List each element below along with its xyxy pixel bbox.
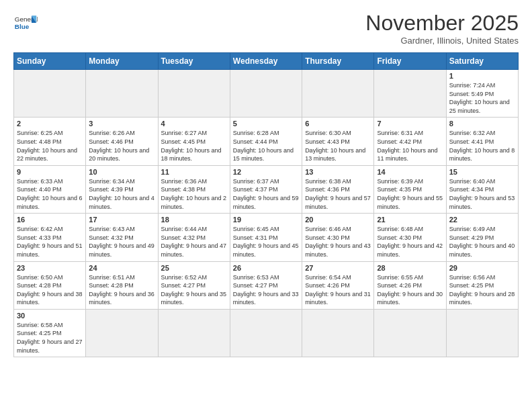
day-info: Sunrise: 6:54 AM Sunset: 4:26 PM Dayligh…	[305, 273, 371, 307]
day-cell	[14, 70, 86, 118]
day-number: 25	[161, 264, 227, 272]
day-number: 9	[17, 168, 83, 176]
day-info: Sunrise: 6:37 AM Sunset: 4:37 PM Dayligh…	[233, 177, 299, 211]
day-cell	[302, 309, 374, 357]
day-number: 28	[377, 264, 443, 272]
week-row-3: 9Sunrise: 6:33 AM Sunset: 4:40 PM Daylig…	[14, 165, 519, 213]
day-number: 13	[305, 168, 371, 176]
day-cell	[86, 309, 158, 357]
day-info: Sunrise: 6:31 AM Sunset: 4:42 PM Dayligh…	[377, 129, 443, 163]
day-cell: 29Sunrise: 6:56 AM Sunset: 4:25 PM Dayli…	[446, 261, 518, 309]
day-cell: 18Sunrise: 6:44 AM Sunset: 4:32 PM Dayli…	[158, 214, 230, 261]
day-number: 1	[449, 72, 515, 80]
week-row-1: 1Sunrise: 7:24 AM Sunset: 5:49 PM Daylig…	[14, 70, 519, 118]
day-cell: 22Sunrise: 6:49 AM Sunset: 4:29 PM Dayli…	[446, 214, 518, 261]
header-day-sunday: Sunday	[14, 53, 86, 70]
header-day-monday: Monday	[86, 53, 158, 70]
day-number: 29	[449, 264, 515, 272]
day-info: Sunrise: 6:27 AM Sunset: 4:45 PM Dayligh…	[161, 129, 227, 163]
day-cell	[446, 309, 518, 357]
day-cell	[302, 70, 374, 118]
day-number: 2	[17, 120, 83, 128]
header-day-thursday: Thursday	[302, 53, 374, 70]
day-number: 17	[89, 216, 154, 224]
day-cell: 3Sunrise: 6:26 AM Sunset: 4:46 PM Daylig…	[86, 118, 158, 165]
day-info: Sunrise: 6:42 AM Sunset: 4:33 PM Dayligh…	[17, 225, 83, 259]
day-info: Sunrise: 6:40 AM Sunset: 4:34 PM Dayligh…	[449, 177, 515, 211]
day-cell: 7Sunrise: 6:31 AM Sunset: 4:42 PM Daylig…	[374, 118, 446, 165]
day-info: Sunrise: 6:30 AM Sunset: 4:43 PM Dayligh…	[305, 129, 371, 163]
day-info: Sunrise: 6:51 AM Sunset: 4:28 PM Dayligh…	[89, 273, 154, 307]
day-info: Sunrise: 6:43 AM Sunset: 4:32 PM Dayligh…	[89, 225, 154, 259]
day-info: Sunrise: 6:32 AM Sunset: 4:41 PM Dayligh…	[449, 129, 515, 163]
day-info: Sunrise: 6:33 AM Sunset: 4:40 PM Dayligh…	[17, 177, 83, 211]
day-info: Sunrise: 6:26 AM Sunset: 4:46 PM Dayligh…	[89, 129, 154, 163]
day-number: 8	[449, 120, 515, 128]
week-row-5: 23Sunrise: 6:50 AM Sunset: 4:28 PM Dayli…	[14, 261, 519, 309]
day-cell: 6Sunrise: 6:30 AM Sunset: 4:43 PM Daylig…	[302, 118, 374, 165]
day-info: Sunrise: 7:24 AM Sunset: 5:49 PM Dayligh…	[449, 81, 515, 115]
day-number: 23	[17, 264, 83, 272]
day-number: 7	[377, 120, 443, 128]
day-info: Sunrise: 6:28 AM Sunset: 4:44 PM Dayligh…	[233, 129, 299, 163]
month-title: November 2025	[365, 11, 519, 36]
day-info: Sunrise: 6:56 AM Sunset: 4:25 PM Dayligh…	[449, 273, 515, 307]
day-info: Sunrise: 6:48 AM Sunset: 4:30 PM Dayligh…	[377, 225, 443, 259]
day-info: Sunrise: 6:38 AM Sunset: 4:36 PM Dayligh…	[305, 177, 371, 211]
day-number: 27	[305, 264, 371, 272]
day-cell: 5Sunrise: 6:28 AM Sunset: 4:44 PM Daylig…	[230, 118, 302, 165]
day-info: Sunrise: 6:53 AM Sunset: 4:27 PM Dayligh…	[233, 273, 299, 307]
title-area: November 2025 Gardner, Illinois, United …	[365, 11, 519, 46]
day-cell: 1Sunrise: 7:24 AM Sunset: 5:49 PM Daylig…	[446, 70, 518, 118]
day-info: Sunrise: 6:50 AM Sunset: 4:28 PM Dayligh…	[17, 273, 83, 307]
header-day-tuesday: Tuesday	[158, 53, 230, 70]
day-cell: 4Sunrise: 6:27 AM Sunset: 4:45 PM Daylig…	[158, 118, 230, 165]
day-info: Sunrise: 6:34 AM Sunset: 4:39 PM Dayligh…	[89, 177, 154, 211]
day-number: 22	[449, 216, 515, 224]
header-day-saturday: Saturday	[446, 53, 518, 70]
week-row-2: 2Sunrise: 6:25 AM Sunset: 4:48 PM Daylig…	[14, 118, 519, 165]
day-cell	[230, 309, 302, 357]
day-info: Sunrise: 6:44 AM Sunset: 4:32 PM Dayligh…	[161, 225, 227, 259]
day-cell: 25Sunrise: 6:52 AM Sunset: 4:27 PM Dayli…	[158, 261, 230, 309]
header-row: SundayMondayTuesdayWednesdayThursdayFrid…	[14, 53, 519, 70]
day-info: Sunrise: 6:46 AM Sunset: 4:30 PM Dayligh…	[305, 225, 371, 259]
week-row-6: 30Sunrise: 6:58 AM Sunset: 4:25 PM Dayli…	[14, 309, 519, 357]
day-number: 12	[233, 168, 299, 176]
day-cell	[86, 70, 158, 118]
day-number: 18	[161, 216, 227, 224]
day-number: 11	[161, 168, 227, 176]
day-number: 6	[305, 120, 371, 128]
day-number: 26	[233, 264, 299, 272]
day-cell: 19Sunrise: 6:45 AM Sunset: 4:31 PM Dayli…	[230, 214, 302, 261]
day-number: 21	[377, 216, 443, 224]
day-cell: 11Sunrise: 6:36 AM Sunset: 4:38 PM Dayli…	[158, 165, 230, 213]
day-cell	[374, 309, 446, 357]
day-number: 4	[161, 120, 227, 128]
day-number: 3	[89, 120, 154, 128]
day-cell	[374, 70, 446, 118]
day-cell	[158, 70, 230, 118]
day-cell: 27Sunrise: 6:54 AM Sunset: 4:26 PM Dayli…	[302, 261, 374, 309]
day-number: 10	[89, 168, 154, 176]
day-cell: 10Sunrise: 6:34 AM Sunset: 4:39 PM Dayli…	[86, 165, 158, 213]
day-cell: 28Sunrise: 6:55 AM Sunset: 4:26 PM Dayli…	[374, 261, 446, 309]
day-cell	[230, 70, 302, 118]
day-number: 20	[305, 216, 371, 224]
day-cell: 20Sunrise: 6:46 AM Sunset: 4:30 PM Dayli…	[302, 214, 374, 261]
day-cell	[158, 309, 230, 357]
day-number: 15	[449, 168, 515, 176]
day-cell: 9Sunrise: 6:33 AM Sunset: 4:40 PM Daylig…	[14, 165, 86, 213]
day-cell: 24Sunrise: 6:51 AM Sunset: 4:28 PM Dayli…	[86, 261, 158, 309]
day-info: Sunrise: 6:39 AM Sunset: 4:35 PM Dayligh…	[377, 177, 443, 211]
day-cell: 13Sunrise: 6:38 AM Sunset: 4:36 PM Dayli…	[302, 165, 374, 213]
header: General Blue November 2025 Gardner, Illi…	[13, 11, 519, 46]
day-info: Sunrise: 6:55 AM Sunset: 4:26 PM Dayligh…	[377, 273, 443, 307]
day-info: Sunrise: 6:25 AM Sunset: 4:48 PM Dayligh…	[17, 129, 83, 163]
day-cell: 16Sunrise: 6:42 AM Sunset: 4:33 PM Dayli…	[14, 214, 86, 261]
day-cell: 23Sunrise: 6:50 AM Sunset: 4:28 PM Dayli…	[14, 261, 86, 309]
day-number: 19	[233, 216, 299, 224]
day-number: 5	[233, 120, 299, 128]
day-number: 16	[17, 216, 83, 224]
day-cell: 2Sunrise: 6:25 AM Sunset: 4:48 PM Daylig…	[14, 118, 86, 165]
